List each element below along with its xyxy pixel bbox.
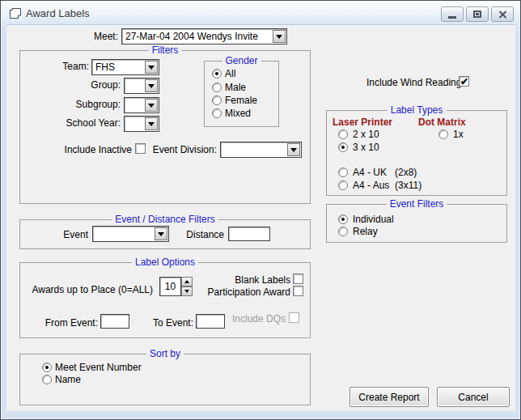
distance-label: Distance [180, 229, 224, 240]
chevron-down-icon [290, 148, 297, 152]
chevron-down-icon [158, 232, 164, 236]
gender-radio-all[interactable] [212, 69, 222, 78]
meet-combobox-value: 27-Mar-04 2004 Wendys Invite [125, 31, 258, 42]
include-dqs-checkbox [289, 312, 299, 323]
cancel-button[interactable]: Cancel [437, 387, 510, 407]
label-type-radio-2x10-label: 2 x 10 [353, 129, 379, 140]
chevron-down-icon [148, 122, 155, 126]
filters-group-title: Filters [149, 45, 182, 57]
include-wind-readings-label: Include Wind Readings [366, 77, 455, 88]
sort-radio-name-label: Name [55, 374, 81, 385]
sort-by-group-title: Sort by [146, 348, 184, 360]
include-inactive-checkbox[interactable] [135, 143, 146, 154]
event-filter-radio-relay[interactable] [338, 227, 348, 236]
awards-up-to-place-label: Awards up to Place (0=ALL) [32, 284, 153, 295]
blank-labels-label: Blank Labels [210, 274, 290, 286]
group-dropdown-button[interactable] [145, 79, 158, 92]
distance-input[interactable] [228, 227, 270, 241]
meet-label: Meet: [78, 31, 118, 42]
event-division-label: Event Division: [148, 144, 217, 155]
close-icon [498, 11, 507, 19]
participation-award-checkbox[interactable] [293, 286, 303, 296]
minimize-button[interactable] [441, 6, 464, 22]
from-event-input[interactable] [100, 314, 129, 329]
include-dqs-label: Include DQs [209, 313, 286, 325]
awards-place-value[interactable]: 10 [159, 277, 181, 296]
window-title: Award Labels [26, 7, 90, 19]
label-type-radio-a4-uk[interactable] [338, 168, 348, 177]
from-event-label: From Event: [44, 317, 98, 329]
minimize-icon [448, 16, 456, 19]
blank-labels-checkbox[interactable] [293, 274, 303, 284]
gender-radio-mixed-label: Mixed [225, 108, 251, 119]
label-type-radio-3x10[interactable] [338, 142, 348, 152]
dialog-client-area: Meet: 27-Mar-04 2004 Wendys Invite Filte… [6, 24, 515, 411]
close-button[interactable] [491, 6, 514, 22]
event-division-combobox[interactable] [220, 142, 302, 158]
awards-place-stepper[interactable]: 10 [159, 277, 193, 296]
school-year-dropdown-button[interactable] [145, 117, 158, 130]
chevron-down-icon [276, 35, 282, 39]
sort-radio-meet-event-number[interactable] [42, 363, 52, 372]
event-filters-group-title: Event Filters [387, 198, 447, 210]
event-dropdown-button[interactable] [155, 227, 167, 240]
label-type-radio-a4-aus[interactable] [338, 180, 348, 190]
event-label: Event [48, 229, 88, 240]
arrow-up-icon [184, 280, 189, 283]
participation-award-label: Participation Award [193, 286, 290, 298]
label-type-radio-2x10[interactable] [338, 129, 348, 139]
group-label: Group: [75, 79, 121, 91]
dot-matrix-header: Dot Matrix [418, 117, 466, 128]
laser-printer-header: Laser Printer [333, 117, 392, 128]
label-type-radio-3x10-label: 3 x 10 [353, 142, 379, 153]
spinner-up-button[interactable] [181, 277, 193, 286]
event-filter-radio-individual-label: Individual [353, 214, 394, 225]
form-icon [10, 8, 21, 19]
subgroup-label: Subgroup: [67, 99, 121, 110]
label-options-group-title: Label Options [132, 257, 198, 269]
event-distance-filters-group-title: Event / Distance Filters [112, 214, 218, 226]
create-report-button[interactable]: Create Report [349, 387, 429, 407]
maximize-button[interactable] [466, 6, 489, 22]
gender-radio-female[interactable] [212, 95, 222, 105]
event-filter-radio-relay-label: Relay [353, 226, 378, 237]
subgroup-combobox[interactable] [124, 97, 159, 113]
window-controls [441, 6, 514, 22]
event-division-dropdown-button[interactable] [287, 143, 300, 156]
gender-group-title: Gender [222, 55, 260, 67]
team-combobox-value: FHS [95, 62, 115, 73]
to-event-label: To Event: [146, 317, 193, 329]
gender-radio-mixed[interactable] [212, 108, 222, 118]
sort-radio-name[interactable] [42, 375, 52, 384]
event-combobox[interactable] [92, 226, 169, 242]
event-filter-radio-individual[interactable] [338, 214, 348, 224]
maximize-icon [473, 11, 481, 18]
arrow-down-icon [184, 290, 189, 293]
meet-combobox[interactable]: 27-Mar-04 2004 Wendys Invite [121, 28, 287, 45]
team-combobox[interactable]: FHS [91, 59, 159, 75]
spinner-down-button[interactable] [181, 286, 193, 296]
label-type-radio-1x[interactable] [438, 129, 448, 139]
label-type-radio-1x-label: 1x [453, 129, 464, 140]
team-dropdown-button[interactable] [145, 61, 158, 74]
gender-radio-female-label: Female [225, 95, 257, 106]
include-wind-readings-checkbox[interactable] [459, 76, 469, 87]
award-labels-window: Award Labels Meet: 27-Mar-04 2004 Wendys… [0, 0, 521, 420]
label-type-radio-a4-aus-label: A4 - Aus (3x11) [353, 180, 421, 191]
chevron-down-icon [148, 66, 155, 70]
school-year-combobox[interactable] [124, 116, 159, 132]
include-inactive-label: Include Inactive [51, 144, 132, 155]
gender-radio-male-label: Male [225, 82, 246, 93]
gender-radio-all-label: All [225, 68, 235, 79]
meet-dropdown-button[interactable] [273, 30, 286, 43]
team-label: Team: [39, 61, 89, 72]
school-year-label: School Year: [57, 117, 121, 129]
group-combobox[interactable] [124, 78, 159, 94]
chevron-down-icon [148, 84, 155, 88]
gender-radio-male[interactable] [212, 83, 222, 92]
subgroup-dropdown-button[interactable] [145, 99, 158, 112]
sort-radio-meet-event-number-label: Meet Event Number [55, 362, 142, 373]
label-types-group-title: Label Types [388, 104, 447, 117]
chevron-down-icon [148, 104, 155, 108]
label-type-radio-a4-uk-label: A4 - UK (2x8) [353, 167, 417, 178]
